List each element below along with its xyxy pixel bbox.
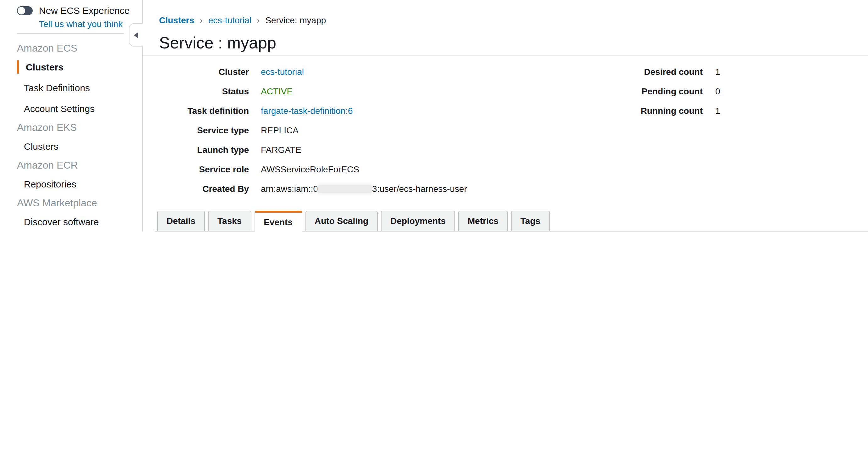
sidebar: New ECS Experience Tell us what you thin… [0, 0, 143, 231]
detail-value-desired-count: 1 [715, 66, 720, 77]
detail-label: Task definition [143, 105, 249, 115]
detail-label: Service role [143, 164, 249, 174]
detail-row-cluster: Clusterecs-tutorial [143, 62, 467, 81]
sidebar-item-task-definitions[interactable]: Task Definitions [0, 77, 142, 98]
detail-value-cluster: ecs-tutorial [261, 66, 304, 77]
detail-row-desired-count: Desired count1 [558, 62, 720, 81]
sidebar-item-discover-software[interactable]: Discover software [0, 211, 142, 231]
detail-label: Launch type [143, 144, 249, 154]
arn-suffix: 3:user/ecs-harness-user [372, 183, 467, 194]
detail-row-running-count: Running count1 [558, 100, 720, 120]
sidebar-item-label: Repositories [24, 179, 76, 190]
breadcrumb: Clusters›ecs-tutorial›Service: myapp [159, 15, 326, 25]
detail-value-pending-count: 0 [715, 86, 720, 96]
tab-metrics[interactable]: Metrics [458, 211, 508, 231]
detail-row-service-role: Service roleAWSServiceRoleForECS [143, 159, 467, 179]
service-details-right: Desired count1Pending count0Running coun… [558, 62, 720, 120]
detail-row-pending-count: Pending count0 [558, 81, 720, 100]
new-ecs-experience-toggle[interactable] [17, 6, 33, 15]
detail-link-task-definition[interactable]: fargate-task-definition:6 [261, 105, 353, 115]
detail-label: Pending count [558, 86, 703, 96]
detail-value-service-role: AWSServiceRoleForECS [261, 164, 359, 174]
tabs: DetailsTasksEventsAuto ScalingDeployment… [157, 211, 553, 231]
detail-row-launch-type: Launch typeFARGATE [143, 140, 467, 159]
sidebar-item-label: Clusters [26, 62, 63, 73]
sidebar-collapse-button[interactable] [129, 23, 143, 47]
detail-label: Created By [143, 183, 249, 194]
detail-row-task-definition: Task definitionfargate-task-definition:6 [143, 100, 467, 120]
tab-deployments[interactable]: Deployments [381, 211, 455, 231]
detail-value-task-definition: fargate-task-definition:6 [261, 105, 353, 115]
sidebar-section-amazon-ecs: Amazon ECS [0, 40, 142, 57]
sidebar-item-label: Discover software [24, 216, 99, 227]
detail-link-cluster[interactable]: ecs-tutorial [261, 66, 304, 77]
sidebar-item-clusters[interactable]: Clusters [0, 136, 142, 157]
breadcrumb-separator-icon: › [200, 16, 203, 25]
page-title: Service : myapp [159, 33, 276, 53]
chevron-left-icon [134, 32, 138, 38]
detail-value-launch-type: FARGATE [261, 144, 301, 154]
new-ecs-experience-label: New ECS Experience [39, 5, 129, 16]
detail-value-running-count: 1 [715, 105, 720, 115]
detail-value-status: ACTIVE [261, 86, 292, 96]
breadcrumb-ecs-tutorial[interactable]: ecs-tutorial [208, 15, 251, 25]
new-ecs-experience-row: New ECS Experience [17, 5, 129, 16]
sidebar-divider [17, 33, 124, 34]
toggle-knob-icon [17, 6, 26, 15]
redacted-account-id [318, 185, 372, 193]
detail-label: Running count [558, 105, 703, 115]
tab-auto-scaling[interactable]: Auto Scaling [305, 211, 378, 231]
detail-label: Cluster [143, 66, 249, 77]
sidebar-item-label: Clusters [24, 141, 58, 152]
breadcrumb-service-myapp: Service: myapp [265, 15, 326, 25]
tab-tags[interactable]: Tags [511, 211, 550, 231]
sidebar-item-label: Account Settings [24, 103, 95, 114]
sidebar-item-account-settings[interactable]: Account Settings [0, 98, 142, 119]
sidebar-section-amazon-ecr: Amazon ECR [0, 157, 142, 174]
title-divider [143, 55, 868, 56]
sidebar-item-label: Task Definitions [24, 82, 90, 93]
arn-prefix: arn:aws:iam::0 [261, 183, 318, 194]
main-content: Clusters›ecs-tutorial›Service: myapp Ser… [143, 0, 868, 231]
sidebar-section-amazon-eks: Amazon EKS [0, 119, 142, 136]
ecs-console-page: New ECS Experience Tell us what you thin… [0, 0, 868, 231]
detail-label: Desired count [558, 66, 703, 77]
feedback-link[interactable]: Tell us what you think [39, 19, 123, 29]
sidebar-section-aws-marketplace: AWS Marketplace [0, 194, 142, 211]
breadcrumb-clusters[interactable]: Clusters [159, 15, 194, 25]
detail-label: Status [143, 86, 249, 96]
detail-label: Service type [143, 125, 249, 135]
sidebar-item-clusters[interactable]: Clusters [0, 57, 142, 77]
detail-row-created-by: Created Byarn:aws:iam::03:user/ecs-harne… [143, 179, 467, 198]
service-details-left: Clusterecs-tutorialStatusACTIVETask defi… [143, 62, 467, 198]
tab-details[interactable]: Details [157, 211, 205, 231]
tab-tasks[interactable]: Tasks [208, 211, 251, 231]
detail-row-service-type: Service typeREPLICA [143, 120, 467, 140]
detail-value-service-type: REPLICA [261, 125, 299, 135]
sidebar-item-repositories[interactable]: Repositories [0, 174, 142, 194]
tab-events[interactable]: Events [254, 211, 302, 231]
detail-value-created-by: arn:aws:iam::03:user/ecs-harness-user [261, 183, 467, 194]
detail-row-status: StatusACTIVE [143, 81, 467, 100]
status-badge: ACTIVE [261, 86, 292, 96]
breadcrumb-separator-icon: › [257, 16, 260, 25]
sidebar-nav: Amazon ECSClustersTask DefinitionsAccoun… [0, 40, 142, 231]
